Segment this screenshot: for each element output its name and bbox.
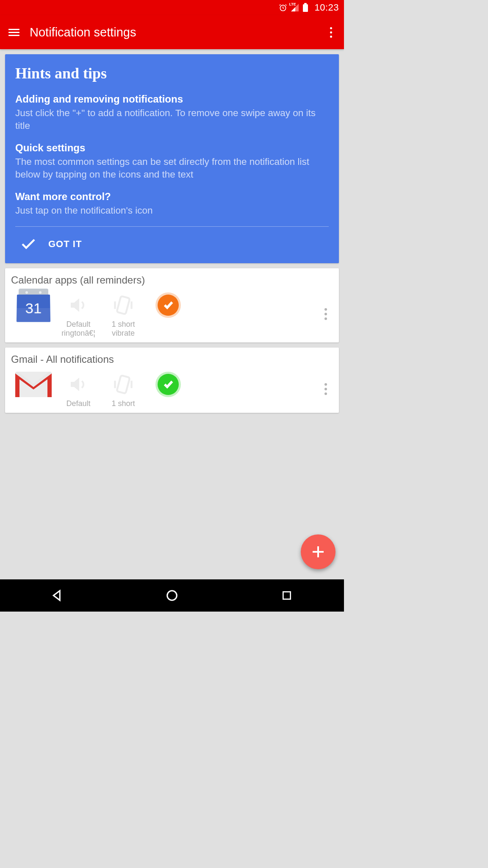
card-overflow-icon[interactable] [319, 375, 333, 403]
status-bar: LTE 10:23 [0, 0, 344, 15]
speaker-icon [68, 295, 89, 315]
hint-sub: Quick settings [15, 142, 329, 154]
enabled-badge-icon[interactable] [158, 295, 179, 316]
vibrate-icon [112, 373, 134, 395]
status-time: 10:23 [314, 2, 339, 13]
svg-rect-1 [303, 4, 308, 12]
alarm-icon [279, 3, 287, 12]
hints-title: Hints and tips [15, 64, 329, 82]
hint-body: Just click the "+" to add a notification… [15, 107, 329, 133]
speaker-icon [68, 374, 89, 395]
calendar-icon[interactable]: 31 [17, 289, 50, 322]
overflow-menu-icon[interactable] [327, 24, 336, 41]
lte-signal-icon: LTE [291, 3, 299, 12]
svg-rect-7 [283, 592, 290, 599]
menu-icon[interactable] [8, 29, 19, 36]
battery-icon [302, 3, 308, 12]
app-bar: Notification settings [0, 15, 344, 49]
hint-body: The most common settings can be set dire… [15, 156, 329, 181]
gmail-icon[interactable] [15, 372, 52, 397]
notification-card-calendar[interactable]: Calendar apps (all reminders) 31 Default… [5, 268, 339, 342]
page-title: Notification settings [30, 25, 316, 39]
home-button[interactable] [164, 588, 180, 603]
card-overflow-icon[interactable] [319, 300, 333, 328]
vibrate-icon [112, 294, 134, 316]
hint-sub: Adding and removing notifications [15, 93, 329, 105]
ringtone-label: Default [66, 399, 90, 409]
enabled-badge-col[interactable] [146, 370, 191, 399]
vibrate-label: 1 short vibrate [104, 320, 142, 338]
recent-apps-button[interactable] [279, 588, 294, 603]
plus-icon [313, 546, 324, 557]
svg-rect-3 [116, 296, 130, 314]
svg-rect-5 [116, 375, 130, 393]
svg-point-6 [167, 591, 177, 601]
enabled-badge-col[interactable] [146, 290, 191, 320]
hint-sub: Want more control? [15, 191, 329, 203]
vibrate-col[interactable]: 1 short [101, 370, 146, 409]
enabled-badge-icon[interactable] [158, 374, 179, 395]
app-icon-col[interactable]: 31 [11, 290, 56, 320]
add-notification-fab[interactable] [301, 534, 336, 569]
content-area: Hints and tips Adding and removing notif… [0, 49, 344, 413]
navigation-bar [0, 579, 344, 612]
app-icon-col[interactable] [11, 370, 56, 399]
ringtone-col[interactable]: Default [56, 370, 101, 409]
hints-card: Hints and tips Adding and removing notif… [5, 54, 339, 263]
vibrate-label: 1 short [111, 399, 135, 409]
ringtone-label: Default ringtonâ€¦ [59, 320, 97, 338]
got-it-label: GOT IT [48, 239, 82, 250]
vibrate-col[interactable]: 1 short vibrate [101, 290, 146, 338]
back-button[interactable] [50, 588, 65, 603]
got-it-button[interactable]: GOT IT [15, 227, 329, 257]
check-icon [19, 235, 37, 253]
hint-body: Just tap on the notification's icon [15, 204, 329, 217]
ringtone-col[interactable]: Default ringtonâ€¦ [56, 290, 101, 338]
notification-card-gmail[interactable]: Gmail - All notifications Default [5, 348, 339, 413]
svg-rect-2 [304, 3, 307, 4]
card-title[interactable]: Calendar apps (all reminders) [11, 274, 333, 286]
card-title[interactable]: Gmail - All notifications [11, 353, 333, 365]
